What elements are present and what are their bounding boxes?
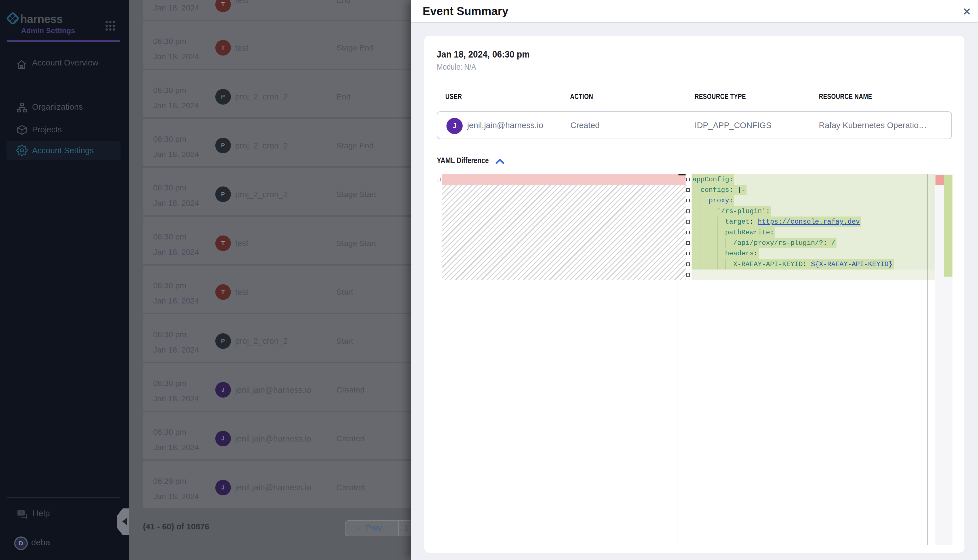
svg-text:?: ?	[20, 510, 22, 515]
